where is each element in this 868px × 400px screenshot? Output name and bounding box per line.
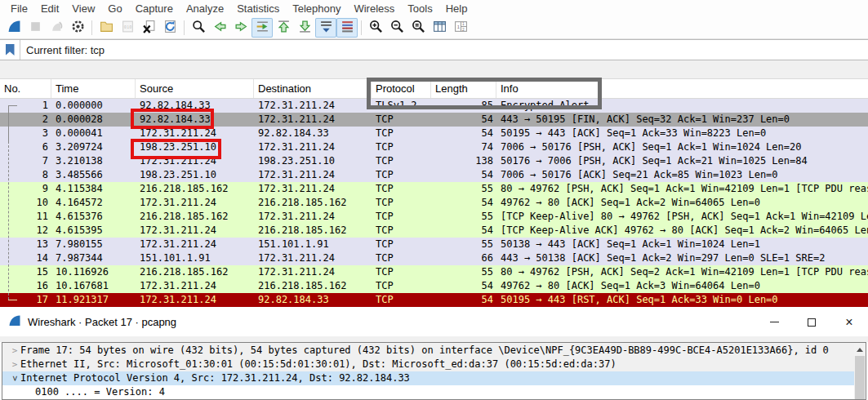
menu-view[interactable]: View — [65, 2, 101, 16]
current-filter-display[interactable]: Current filter: tcp — [20, 40, 105, 60]
collapse-icon[interactable]: > — [8, 373, 22, 384]
table-row-packet-9[interactable]: 94.115384216.218.185.162172.31.211.24TCP… — [0, 182, 868, 196]
column-header-destination[interactable]: Destination — [254, 79, 372, 98]
table-row-packet-6[interactable]: 63.209724198.23.251.10172.31.211.24TCP74… — [0, 140, 868, 154]
chevron-up-icon — [857, 348, 863, 352]
arrow-up-icon — [277, 20, 291, 37]
cell-length: 54 — [431, 279, 496, 293]
detail-tree-line-2[interactable]: >Ethernet II, Src: Microsoft_01:30:01 (0… — [2, 358, 854, 371]
menu-file[interactable]: File — [4, 2, 34, 16]
column-header-length[interactable]: Length — [431, 79, 496, 98]
scroll-up-button[interactable] — [854, 343, 866, 356]
resize-columns-button[interactable] — [429, 18, 450, 38]
resize-columns-icon — [433, 20, 447, 37]
filter-bookmark-button[interactable] — [0, 40, 20, 60]
cell-info: 443 → 50195 [FIN, ACK] Seq=32 Ack=1 Win=… — [496, 113, 868, 127]
capture-options-button[interactable] — [67, 18, 88, 38]
detail-tree-line-4[interactable]: 0100 .... = Version: 4 — [2, 385, 854, 399]
menu-go[interactable]: Go — [101, 2, 128, 16]
table-row-packet-14[interactable]: 147.987344151.101.1.91172.31.211.24TCP66… — [0, 251, 868, 265]
zoom-in-button[interactable] — [365, 18, 386, 38]
column-header-no[interactable]: No. — [0, 79, 51, 98]
cell-protocol: TCP — [372, 238, 431, 251]
zoom-out-button[interactable] — [386, 18, 407, 38]
save-file-button: 010 — [117, 18, 138, 38]
detail-window-titlebar: Wireshark · Packet 17 · pcapng × — [0, 308, 868, 336]
colorize-button[interactable] — [336, 18, 358, 38]
cell-time: 4.615395 — [51, 224, 136, 238]
table-row-packet-1[interactable]: 10.00000092.82.184.33172.31.211.24TLSv1.… — [0, 99, 868, 113]
toolbar-separator — [184, 20, 185, 35]
menu-edit[interactable]: Edit — [34, 2, 65, 16]
cell-length: 55 — [431, 238, 496, 251]
cell-length: 138 — [431, 154, 496, 168]
go-to-last-packet-button[interactable] — [294, 18, 315, 38]
table-row-packet-11[interactable]: 114.615376216.218.185.162172.31.211.24TC… — [0, 210, 868, 224]
table-row-packet-7[interactable]: 73.210138172.31.211.24198.23.251.10TCP13… — [0, 154, 868, 168]
cell-info: 7006 → 50176 [PSH, ACK] Seq=1 Ack=1 Win=… — [496, 140, 868, 154]
expand-icon[interactable]: > — [9, 344, 20, 358]
go-to-first-packet-button[interactable] — [273, 18, 294, 38]
open-file-button[interactable] — [96, 18, 117, 38]
cell-source: 172.31.211.24 — [136, 238, 254, 251]
table-row-packet-2[interactable]: 20.00002892.82.184.33172.31.211.24TCP544… — [0, 113, 868, 127]
cell-time: 7.987344 — [51, 251, 136, 265]
minimize-button[interactable] — [755, 310, 793, 335]
menu-analyze[interactable]: Analyze — [180, 2, 230, 16]
scrollbar-thumb[interactable] — [855, 356, 865, 399]
cell-length: 66 — [431, 251, 496, 265]
maximize-button[interactable] — [793, 310, 830, 335]
detail-tree-line-1[interactable]: >Frame 17: 54 bytes on wire (432 bits), … — [2, 344, 854, 358]
close-button[interactable]: × — [830, 310, 868, 335]
find-packet-button[interactable] — [188, 18, 209, 38]
go-back-button[interactable] — [209, 18, 230, 38]
cell-source: 172.31.211.24 — [136, 127, 254, 140]
expand-icon[interactable]: > — [9, 358, 20, 371]
cell-length: 55 — [431, 210, 496, 224]
menu-capture[interactable]: Capture — [129, 2, 180, 16]
reload-file-button[interactable] — [159, 18, 180, 38]
cell-protocol: TCP — [372, 210, 431, 224]
zoom-reset-button[interactable] — [407, 18, 429, 38]
menu-tools[interactable]: Tools — [401, 2, 438, 16]
column-header-time[interactable]: Time — [51, 79, 136, 98]
wireshark-logo-icon — [8, 314, 21, 331]
column-header-source[interactable]: Source — [136, 79, 254, 98]
column-header-protocol[interactable]: Protocol — [372, 79, 431, 98]
cell-source: 151.101.1.91 — [136, 251, 254, 265]
close-file-icon — [142, 20, 156, 37]
table-row-packet-12[interactable]: 124.615395172.31.211.24216.218.185.162TC… — [0, 224, 868, 238]
menu-telephony[interactable]: Telephony — [286, 2, 347, 16]
table-row-packet-16[interactable]: 1610.167681172.31.211.24216.218.185.162T… — [0, 279, 868, 293]
table-row-packet-10[interactable]: 104.164572172.31.211.24216.218.185.162TC… — [0, 196, 868, 210]
cell-no: 6 — [0, 140, 51, 154]
spacer — [0, 60, 868, 78]
table-row-packet-8[interactable]: 83.485566198.23.251.10172.31.211.24TCP54… — [0, 168, 868, 182]
cell-time: 3.210138 — [51, 154, 136, 168]
detail-scrollbar[interactable] — [854, 343, 866, 399]
packet-list-header: No. Time Source Destination Protocol Len… — [0, 78, 868, 99]
go-forward-button[interactable] — [230, 18, 251, 38]
table-row-packet-3[interactable]: 30.000041172.31.211.2492.82.184.33TCP545… — [0, 127, 868, 140]
cell-destination: 216.218.185.162 — [254, 196, 372, 210]
column-header-info[interactable]: Info — [496, 79, 868, 98]
cell-no: 2 — [0, 113, 51, 127]
go-to-packet-button[interactable] — [251, 18, 273, 38]
reset-layout-button[interactable]: 112 — [450, 18, 471, 38]
cell-no: 16 — [0, 279, 51, 293]
cell-source: 92.82.184.33 — [136, 113, 254, 127]
cell-info: 443 → 50138 [ACK] Seq=1 Ack=2 Win=297 Le… — [496, 251, 868, 265]
table-row-packet-15[interactable]: 1510.116926216.218.185.162172.31.211.24T… — [0, 265, 868, 279]
cell-protocol: TCP — [372, 196, 431, 210]
menu-statistics[interactable]: Statistics — [230, 2, 286, 16]
menu-help[interactable]: Help — [439, 2, 474, 16]
menu-wireless[interactable]: Wireless — [347, 2, 401, 16]
start-capture-button[interactable] — [3, 18, 24, 38]
table-row-packet-13[interactable]: 137.980155172.31.211.24151.101.1.91TCP55… — [0, 238, 868, 251]
detail-line-text: 0100 .... = Version: 4 — [35, 385, 165, 399]
cell-time: 3.485566 — [51, 168, 136, 182]
detail-tree-line-3[interactable]: >Internet Protocol Version 4, Src: 172.3… — [2, 371, 854, 385]
auto-scroll-button[interactable] — [315, 18, 336, 38]
close-file-button[interactable] — [138, 18, 159, 38]
table-row-packet-17[interactable]: 1711.921317172.31.211.2492.82.184.33TCP5… — [0, 293, 868, 307]
